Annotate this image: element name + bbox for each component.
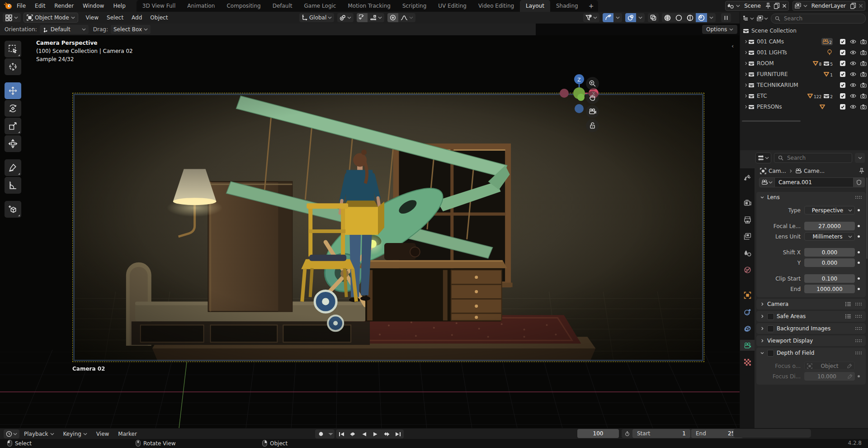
pin-icon[interactable] (859, 168, 865, 174)
add-workspace-button[interactable]: + (584, 0, 599, 12)
blender-logo-icon[interactable] (4, 2, 12, 10)
tab-constraints[interactable] (741, 323, 753, 334)
pin-icon[interactable] (765, 3, 771, 9)
tab-scripting[interactable]: Scripting (396, 0, 432, 12)
checkbox-icon[interactable] (840, 93, 846, 99)
eye-icon[interactable] (850, 38, 856, 45)
eye-icon[interactable] (850, 104, 856, 110)
tab-motion-tracking[interactable]: Motion Tracking (342, 0, 396, 12)
camera-visibility-icon[interactable] (860, 60, 867, 67)
outliner-search[interactable] (771, 14, 866, 24)
camera-visibility-icon[interactable] (860, 82, 867, 88)
camera-visibility-icon[interactable] (860, 49, 867, 56)
presets-menu-icon[interactable] (845, 301, 851, 307)
menu-help[interactable]: Help (108, 3, 130, 9)
timeline-scrollbar[interactable] (733, 429, 811, 438)
options-button[interactable]: Options (702, 25, 737, 34)
properties-search-input[interactable] (786, 154, 848, 162)
menu-render[interactable]: Render (50, 3, 78, 9)
expand-icon[interactable] (744, 61, 748, 66)
checkbox-icon[interactable] (840, 49, 846, 56)
expand-icon[interactable] (744, 94, 748, 98)
camera-view-button[interactable] (586, 105, 599, 118)
clip-end-field[interactable]: 1000.000 (804, 285, 855, 293)
current-frame-field[interactable]: 100 (577, 429, 619, 438)
tab-uv-editing[interactable]: UV Editing (432, 0, 472, 12)
sidebar-collapse-icon[interactable]: ‹ (731, 43, 734, 49)
camera-visibility-icon[interactable] (860, 71, 867, 77)
shift-x-field[interactable]: 0.000 (804, 248, 855, 257)
outliner-row-room[interactable]: ROOM 8 5 (740, 58, 868, 69)
outliner-scrollbar[interactable] (742, 120, 801, 122)
outliner-row-scene-collection[interactable]: Scene Collection (740, 25, 868, 36)
animate-dot[interactable] (855, 251, 862, 253)
navigation-gizmo[interactable]: Z X (560, 71, 609, 120)
editor-type-button[interactable] (3, 13, 21, 22)
prev-keyframe-button[interactable] (347, 429, 359, 438)
play-reverse-button[interactable] (359, 429, 370, 438)
animate-dot[interactable] (855, 277, 862, 280)
menu-playback[interactable]: Playback (19, 431, 59, 437)
tab-texture[interactable] (741, 357, 753, 367)
checkbox-icon[interactable] (840, 82, 846, 88)
background-images-checkbox[interactable] (767, 325, 774, 332)
expand-icon[interactable] (744, 72, 748, 76)
checkbox-icon[interactable] (840, 60, 846, 67)
eyedropper-icon[interactable] (847, 374, 853, 379)
proportional-edit-toggle[interactable] (387, 13, 398, 22)
camera-visibility-icon[interactable] (860, 104, 867, 110)
tab-object[interactable] (741, 290, 753, 300)
tab-render[interactable] (741, 197, 753, 208)
new-layer-icon[interactable] (850, 3, 856, 9)
eyedropper-icon[interactable] (847, 363, 852, 369)
show-overlays-toggle[interactable] (625, 13, 636, 22)
jump-to-end-button[interactable] (392, 429, 404, 438)
menu-keying[interactable]: Keying (59, 431, 92, 437)
outliner-row-cams[interactable]: 001 CAMs 2 (740, 36, 868, 47)
outliner-row-lights[interactable]: 001 LIGHTs (740, 47, 868, 58)
scene-selector[interactable]: Scene (725, 1, 789, 11)
grip-icon[interactable] (855, 315, 862, 318)
add-cube-tool[interactable] (5, 201, 21, 218)
play-button[interactable] (370, 429, 381, 438)
gizmos-dropdown[interactable] (613, 13, 622, 22)
rotate-tool[interactable] (5, 100, 21, 117)
lens-unit-dropdown[interactable]: Millimeters (804, 232, 855, 241)
outliner-row-technikarium[interactable]: TECHNIKARIUM (740, 80, 868, 91)
scale-tool[interactable] (5, 118, 21, 134)
xray-toggle[interactable] (648, 13, 659, 22)
camera-visibility-icon[interactable] (860, 38, 867, 45)
properties-options-button[interactable] (855, 153, 865, 163)
outliner-row-persons[interactable]: PERSONs (740, 101, 868, 112)
falloff-dropdown[interactable] (398, 13, 415, 22)
safe-areas-panel-header[interactable]: Safe Areas (756, 311, 866, 322)
3d-viewport[interactable]: Camera Perspective (100) Scene Collectio… (0, 35, 740, 428)
tab-3d-view-full[interactable]: 3D View Full (137, 0, 182, 12)
outliner-display-mode-button[interactable] (757, 15, 768, 22)
tab-world[interactable] (741, 264, 753, 275)
shading-rendered-button[interactable] (696, 13, 707, 22)
menu-object[interactable]: Object (146, 14, 172, 21)
checkbox-icon[interactable] (840, 71, 846, 77)
drag-mode-dropdown[interactable]: Select Box (111, 25, 151, 34)
menu-view[interactable]: View (82, 14, 103, 21)
breadcrumb-object[interactable]: Cam... (769, 168, 786, 174)
eye-icon[interactable] (850, 93, 856, 99)
new-scene-icon[interactable] (774, 3, 780, 9)
tab-physics[interactable] (741, 306, 753, 317)
focus-object-field[interactable]: Object (804, 362, 855, 370)
tab-video-editing[interactable]: Video Editing (472, 0, 520, 12)
eye-icon[interactable] (850, 60, 856, 67)
auto-key-toggle[interactable] (315, 429, 326, 438)
data-name-field[interactable]: Camera.001 (775, 177, 854, 187)
camera-panel-header[interactable]: Camera (756, 299, 866, 310)
snap-target-dropdown[interactable] (368, 13, 384, 22)
close-icon[interactable] (782, 4, 787, 8)
lens-panel-header[interactable]: Lens (756, 192, 866, 203)
outliner-search-input[interactable] (783, 15, 862, 22)
animate-dot[interactable] (855, 375, 862, 377)
keying-dropdown[interactable] (326, 429, 335, 438)
animate-dot[interactable] (855, 209, 862, 211)
grip-icon[interactable] (855, 302, 862, 306)
move-tool[interactable] (5, 82, 21, 99)
